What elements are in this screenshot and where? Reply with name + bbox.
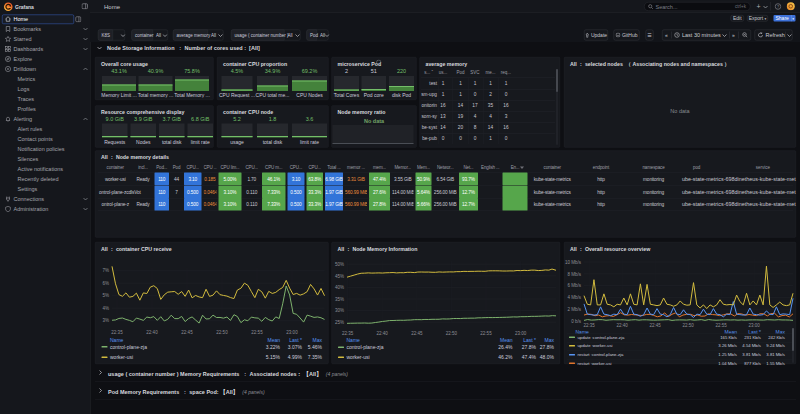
svg-text:4 Mb/s: 4 Mb/s [567,295,581,300]
svg-text:45%: 45% [335,274,344,279]
svg-text:6%: 6% [102,281,109,286]
svg-text:30%: 30% [335,308,344,313]
svg-text:7%: 7% [102,268,109,273]
svg-text:3%: 3% [102,318,109,323]
svg-text:40%: 40% [335,285,344,290]
svg-text:8 Mb/s: 8 Mb/s [567,272,581,277]
svg-text:4%: 4% [102,306,109,311]
svg-text:?: ? [777,5,779,9]
svg-text:25%: 25% [335,320,344,325]
svg-text:2 Mb/s: 2 Mb/s [567,307,581,312]
svg-text:5%: 5% [102,293,109,298]
svg-text:35%: 35% [335,297,344,302]
svg-text:50%: 50% [335,262,344,267]
svg-text:6 Mb/s: 6 Mb/s [567,283,581,288]
svg-text:10 Mb/s: 10 Mb/s [565,260,582,265]
